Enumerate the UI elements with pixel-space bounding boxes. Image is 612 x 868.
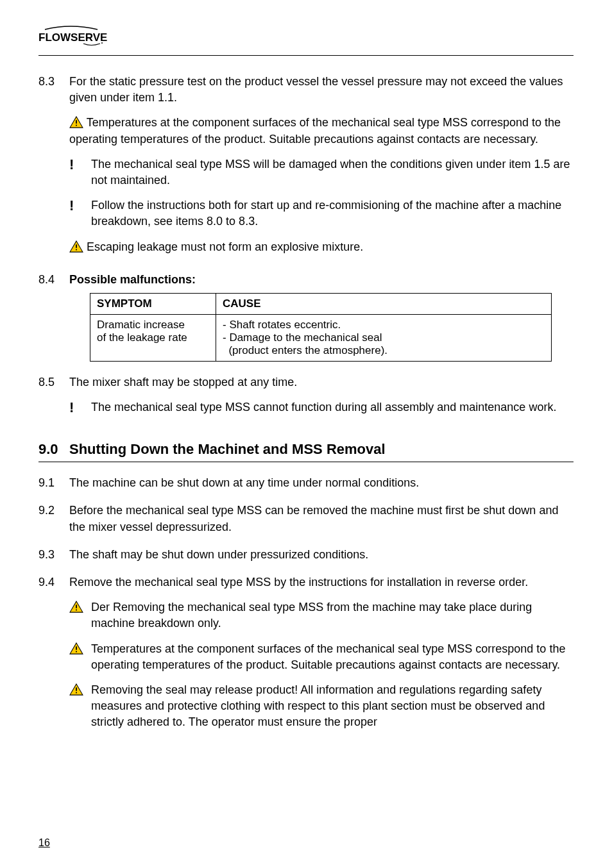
section-number-8-4: 8.4 bbox=[38, 272, 69, 288]
section-8-3-warning-1: Temperatures at the component surfaces o… bbox=[69, 115, 574, 147]
warning-icon bbox=[69, 116, 83, 128]
page-number: 16 bbox=[38, 837, 50, 849]
section-8-3-caution-2: Follow the instructions both for start u… bbox=[91, 197, 574, 230]
section-8-3-caution-1: The mechanical seal type MSS will be dam… bbox=[91, 156, 574, 188]
section-9-4-text: Remove the mechanical seal type MSS by t… bbox=[69, 574, 574, 590]
section-number-9: 9.0 bbox=[38, 441, 69, 458]
section-8-5-caution-1: The mechanical seal type MSS cannot func… bbox=[91, 399, 574, 417]
table-cell-symptom: Dramatic increase of the leakage rate bbox=[90, 314, 216, 361]
section-number-9-2: 9.2 bbox=[38, 503, 69, 535]
logo-text: FLOWSERVE bbox=[38, 31, 107, 44]
warning-icon bbox=[69, 601, 83, 613]
section-9-4-warning-2: Temperatures at the component surfaces o… bbox=[91, 641, 574, 673]
section-number-9-3: 9.3 bbox=[38, 547, 69, 563]
logo: FLOWSERVE bbox=[38, 26, 574, 50]
section-8-3-text: For the static pressure test on the prod… bbox=[69, 74, 574, 106]
section-9-4-warning-3: Removing the seal may release product! A… bbox=[91, 682, 574, 731]
caution-icon: ! bbox=[69, 158, 74, 172]
section-8-5-text: The mixer shaft may be stopped at any ti… bbox=[69, 374, 574, 390]
section-8-4-heading: Possible malfunctions: bbox=[69, 273, 196, 286]
table-header-cause: CAUSE bbox=[216, 293, 552, 314]
warning-icon bbox=[69, 683, 83, 696]
section-9-heading: Shutting Down the Machinet and MSS Remov… bbox=[69, 441, 386, 458]
table-row: Dramatic increase of the leakage rate - … bbox=[90, 314, 552, 361]
malfunctions-table: SYMPTOM CAUSE Dramatic increase of the l… bbox=[90, 293, 552, 362]
table-header-row: SYMPTOM CAUSE bbox=[90, 293, 552, 314]
svg-point-3 bbox=[101, 42, 103, 44]
header-divider bbox=[38, 55, 574, 56]
section-9-1-text: The machine can be shut down at any time… bbox=[69, 475, 574, 491]
section-number-9-4: 9.4 bbox=[38, 574, 69, 736]
caution-icon: ! bbox=[69, 199, 74, 213]
section-9-2-text: Before the mechanical seal type MSS can … bbox=[69, 503, 574, 535]
section-number-8-3: 8.3 bbox=[38, 74, 69, 260]
table-header-symptom: SYMPTOM bbox=[90, 293, 216, 314]
warning-icon bbox=[69, 642, 83, 655]
section-number-9-1: 9.1 bbox=[38, 475, 69, 491]
section-9-3-text: The shaft may be shut down under pressur… bbox=[69, 547, 574, 563]
section-9-4-warning-1: Der Removing the mechanical seal type MS… bbox=[91, 599, 574, 631]
warning-icon bbox=[69, 240, 83, 253]
section-number-8-5: 8.5 bbox=[38, 374, 69, 422]
caution-icon: ! bbox=[69, 401, 74, 415]
section-8-3-warning-2: Escaping leakage must not form an explos… bbox=[69, 239, 574, 255]
table-cell-cause: - Shaft rotates eccentric. - Damage to t… bbox=[216, 314, 552, 361]
section-divider bbox=[38, 462, 574, 462]
